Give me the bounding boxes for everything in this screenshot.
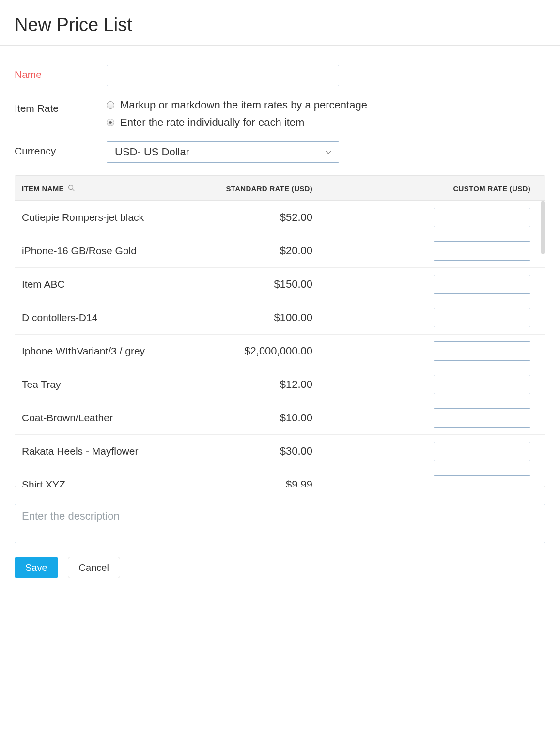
header-item-name: ITEM NAME xyxy=(22,185,64,193)
standard-rate-cell: $9.99 xyxy=(196,478,312,487)
scrollbar-thumb[interactable] xyxy=(541,201,545,254)
standard-rate-cell: $52.00 xyxy=(196,211,312,224)
custom-rate-cell xyxy=(312,442,538,461)
custom-rate-input[interactable] xyxy=(434,275,530,294)
radio-icon xyxy=(107,101,114,109)
item-name-cell: Cutiepie Rompers-jet black xyxy=(22,211,196,224)
table-row: Iphone WIthVariant/3 / grey$2,000,000.00 xyxy=(15,335,545,368)
item-name-cell: Rakata Heels - Mayflower xyxy=(22,445,196,458)
custom-rate-cell xyxy=(312,408,538,428)
scrollbar[interactable] xyxy=(541,201,545,487)
name-input[interactable] xyxy=(107,65,339,86)
item-name-cell: Iphone WIthVariant/3 / grey xyxy=(22,345,196,357)
table-row: Shirt XYZ$9.99 xyxy=(15,468,545,487)
custom-rate-cell xyxy=(312,208,538,227)
item-rate-label: Item Rate xyxy=(15,99,107,114)
custom-rate-cell xyxy=(312,308,538,327)
standard-rate-cell: $12.00 xyxy=(196,378,312,391)
description-textarea[interactable] xyxy=(15,504,545,543)
radio-label: Markup or markdown the item rates by a p… xyxy=(120,99,367,111)
table-row: Cutiepie Rompers-jet black$52.00 xyxy=(15,201,545,234)
radio-label: Enter the rate individually for each ite… xyxy=(120,116,304,129)
custom-rate-cell xyxy=(312,475,538,487)
name-label: Name xyxy=(15,65,107,80)
table-row: Item ABC$150.00 xyxy=(15,268,545,301)
search-icon[interactable] xyxy=(68,185,75,193)
save-button[interactable]: Save xyxy=(15,557,58,578)
custom-rate-input[interactable] xyxy=(434,408,530,428)
svg-line-1 xyxy=(73,189,75,191)
items-table: ITEM NAME STANDARD RATE (USD) CUSTOM RAT… xyxy=(15,175,545,487)
item-name-cell: iPhone-16 GB/Rose Gold xyxy=(22,245,196,257)
currency-select[interactable]: USD- US Dollar xyxy=(107,141,339,163)
header-custom-rate: CUSTOM RATE (USD) xyxy=(312,185,538,193)
table-row: Coat-Brown/Leather$10.00 xyxy=(15,401,545,435)
custom-rate-input[interactable] xyxy=(434,241,530,261)
table-header: ITEM NAME STANDARD RATE (USD) CUSTOM RAT… xyxy=(15,176,545,201)
item-name-cell: Tea Tray xyxy=(22,378,196,391)
custom-rate-cell xyxy=(312,241,538,261)
standard-rate-cell: $2,000,000.00 xyxy=(196,345,312,357)
custom-rate-input[interactable] xyxy=(434,308,530,327)
custom-rate-input[interactable] xyxy=(434,442,530,461)
custom-rate-cell xyxy=(312,375,538,394)
custom-rate-input[interactable] xyxy=(434,375,530,394)
standard-rate-cell: $100.00 xyxy=(196,311,312,324)
standard-rate-cell: $30.00 xyxy=(196,445,312,458)
page-title: New Price List xyxy=(15,15,545,45)
standard-rate-cell: $150.00 xyxy=(196,278,312,291)
table-row: Rakata Heels - Mayflower$30.00 xyxy=(15,435,545,468)
custom-rate-input[interactable] xyxy=(434,341,530,361)
radio-icon xyxy=(107,119,114,126)
table-body: Cutiepie Rompers-jet black$52.00iPhone-1… xyxy=(15,201,545,487)
custom-rate-input[interactable] xyxy=(434,208,530,227)
table-row: D contollers-D14$100.00 xyxy=(15,301,545,335)
currency-label: Currency xyxy=(15,141,107,157)
item-name-cell: Shirt XYZ xyxy=(22,478,196,487)
cancel-button[interactable]: Cancel xyxy=(68,557,120,578)
item-name-cell: Coat-Brown/Leather xyxy=(22,412,196,424)
item-name-cell: Item ABC xyxy=(22,278,196,291)
item-name-cell: D contollers-D14 xyxy=(22,311,196,324)
custom-rate-input[interactable] xyxy=(434,475,530,487)
custom-rate-cell xyxy=(312,275,538,294)
header-standard-rate: STANDARD RATE (USD) xyxy=(196,185,312,193)
currency-value: USD- US Dollar xyxy=(115,146,189,158)
standard-rate-cell: $20.00 xyxy=(196,245,312,257)
table-row: Tea Tray$12.00 xyxy=(15,368,545,401)
svg-point-0 xyxy=(69,185,73,190)
item-rate-radio-individual[interactable]: Enter the rate individually for each ite… xyxy=(107,116,545,129)
item-rate-radio-percentage[interactable]: Markup or markdown the item rates by a p… xyxy=(107,99,545,111)
standard-rate-cell: $10.00 xyxy=(196,412,312,424)
custom-rate-cell xyxy=(312,341,538,361)
table-row: iPhone-16 GB/Rose Gold$20.00 xyxy=(15,234,545,268)
